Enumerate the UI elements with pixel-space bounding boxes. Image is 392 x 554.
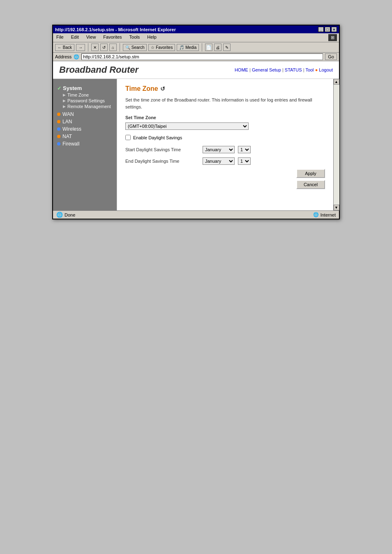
history-icon[interactable]: 📄: [205, 44, 212, 51]
title-bar-buttons: _ □ ×: [318, 27, 337, 32]
timezone-select[interactable]: (GMT+08:00)Taipei(GMT-12:00)Eniwetok, Kw…: [125, 122, 249, 130]
router-header: Broadband Router HOME | General Setup | …: [53, 61, 339, 79]
close-button[interactable]: ×: [331, 27, 337, 32]
button-row: Apply Cancel: [125, 169, 325, 189]
minimize-button[interactable]: _: [318, 27, 324, 32]
end-day-select[interactable]: 1: [238, 157, 251, 165]
wireless-bullet-icon: [57, 127, 60, 131]
arrow-icon2: ▶: [63, 99, 66, 103]
title-bar: http://192.168.2.1/setup.stm - Microsoft…: [53, 25, 339, 33]
sidebar-item-nat[interactable]: NAT: [57, 134, 113, 139]
media-button[interactable]: 🎵 Media: [177, 44, 199, 51]
sidebar-wireless-label: Wireless: [62, 126, 81, 132]
menu-bar: File Edit View Favorites Tools Help ⊞: [53, 33, 339, 42]
favorites-button[interactable]: ☆ Favorites: [148, 44, 175, 51]
scroll-up-arrow[interactable]: ▲: [334, 79, 339, 85]
scroll-down-arrow[interactable]: ▼: [334, 205, 339, 210]
address-bar: Address 🌐 Go: [53, 53, 339, 61]
end-daylight-label: End Daylight Savings Time: [125, 159, 199, 164]
toolbar-extra: ⊞: [328, 34, 337, 41]
set-timezone-label: Set Time Zone: [125, 115, 325, 120]
sidebar-lan-label: LAN: [62, 119, 72, 125]
end-daylight-row: End Daylight Savings Time JanuaryFebruar…: [125, 157, 325, 165]
sidebar-system-title: ✓ System: [57, 85, 113, 91]
daylight-label: Enable Daylight Savings: [133, 135, 182, 140]
menu-edit[interactable]: Edit: [70, 34, 80, 41]
sidebar-item-wan[interactable]: WAN: [57, 111, 113, 117]
scrollbar: ▲ ▼: [333, 79, 339, 210]
status-page-icon: 🌐: [56, 212, 63, 218]
content-panel: Time Zone ↺ Set the time zone of the Bro…: [117, 79, 333, 210]
refresh-icon[interactable]: ↺: [100, 44, 108, 51]
menu-favorites[interactable]: Favorites: [102, 34, 123, 41]
go-button[interactable]: Go: [325, 53, 337, 60]
toolbar-separator3: [202, 43, 202, 51]
browser-title: http://192.168.2.1/setup.stm - Microsoft…: [55, 27, 176, 32]
daylight-checkbox[interactable]: [125, 135, 131, 140]
nav-tool[interactable]: Tool: [305, 67, 314, 72]
sidebar-wan-label: WAN: [62, 111, 74, 117]
firewall-bullet-icon: [57, 142, 60, 145]
forward-button[interactable]: →: [76, 44, 85, 51]
refresh-page-icon[interactable]: ↺: [160, 85, 165, 92]
nat-bullet-icon: [57, 135, 60, 138]
apply-button[interactable]: Apply: [296, 169, 325, 178]
nav-general-setup[interactable]: General Setup: [252, 67, 281, 72]
nav-logout[interactable]: Logout: [319, 67, 333, 72]
arrow-icon: ▶: [63, 93, 66, 97]
menu-help[interactable]: Help: [146, 34, 158, 41]
sidebar-item-wireless[interactable]: Wireless: [57, 126, 113, 132]
search-button[interactable]: 🔍 Search: [123, 44, 147, 51]
print-icon[interactable]: 🖨: [214, 44, 221, 51]
sidebar-remote-label: Remote Management: [67, 104, 111, 109]
system-check-icon: ✓: [57, 85, 61, 91]
sidebar-nat-label: NAT: [62, 134, 72, 139]
start-day-select[interactable]: 1: [238, 146, 251, 153]
toolbar-separator: [88, 43, 88, 51]
browser-window: http://192.168.2.1/setup.stm - Microsoft…: [52, 25, 340, 219]
page-icon: 🌐: [74, 54, 79, 60]
sidebar-item-lan[interactable]: LAN: [57, 119, 113, 125]
status-right: 🌐 Internet: [313, 212, 336, 217]
sidebar-item-timezone[interactable]: ▶ Time Zone: [57, 92, 113, 97]
section-title: Time Zone ↺: [125, 85, 325, 92]
zone-icon: 🌐: [313, 212, 319, 217]
start-daylight-row: Start Daylight Savings Time JanuaryFebru…: [125, 146, 325, 153]
menu-file[interactable]: File: [55, 34, 65, 41]
edit-page-icon[interactable]: ✎: [223, 44, 231, 51]
sidebar-firewall-label: Firewall: [62, 141, 79, 147]
status-text: Done: [65, 212, 75, 217]
home-icon[interactable]: ⌂: [109, 44, 117, 51]
toolbar: ← Back → ✕ ↺ ⌂ 🔍 Search ☆ Favorites 🎵 Me…: [53, 42, 339, 53]
address-label: Address: [55, 54, 71, 59]
daylight-savings-row: Enable Daylight Savings: [125, 135, 325, 140]
nav-home[interactable]: HOME: [235, 67, 248, 72]
logout-icon: ●: [315, 67, 318, 72]
stop-icon[interactable]: ✕: [91, 44, 99, 51]
sidebar-system-label: System: [63, 85, 82, 91]
status-bar: 🌐 Done 🌐 Internet: [53, 210, 339, 219]
menu-view[interactable]: View: [85, 34, 97, 41]
wan-bullet-icon: [57, 113, 60, 116]
sidebar-item-firewall[interactable]: Firewall: [57, 141, 113, 147]
cancel-button[interactable]: Cancel: [296, 180, 325, 189]
sidebar-item-password[interactable]: ▶ Password Settings: [57, 98, 113, 103]
sidebar-system-section: ✓ System ▶ Time Zone ▶ Password Settings…: [57, 85, 113, 109]
sidebar-timezone-label: Time Zone: [67, 92, 89, 97]
router-title: Broadband Router: [59, 65, 138, 75]
main-content: ✓ System ▶ Time Zone ▶ Password Settings…: [53, 79, 339, 210]
back-button[interactable]: ← Back: [55, 44, 74, 51]
end-month-select[interactable]: JanuaryFebruaryMarchAprilMayJuneJulyAugu…: [203, 157, 235, 165]
lan-bullet-icon: [57, 120, 60, 123]
maximize-button[interactable]: □: [325, 27, 330, 32]
start-month-select[interactable]: JanuaryFebruaryMarchAprilMayJuneJulyAugu…: [203, 146, 235, 153]
menu-tools[interactable]: Tools: [128, 34, 141, 41]
scroll-track[interactable]: [334, 85, 339, 205]
sidebar-item-remote[interactable]: ▶ Remote Management: [57, 104, 113, 109]
address-input[interactable]: [81, 53, 323, 60]
arrow-icon3: ▶: [63, 104, 66, 108]
nav-status[interactable]: STATUS: [285, 67, 302, 72]
toolbar-separator2: [120, 43, 120, 51]
zone-label: Internet: [321, 212, 336, 217]
description-text: Set the time zone of the Broadband route…: [125, 97, 325, 110]
